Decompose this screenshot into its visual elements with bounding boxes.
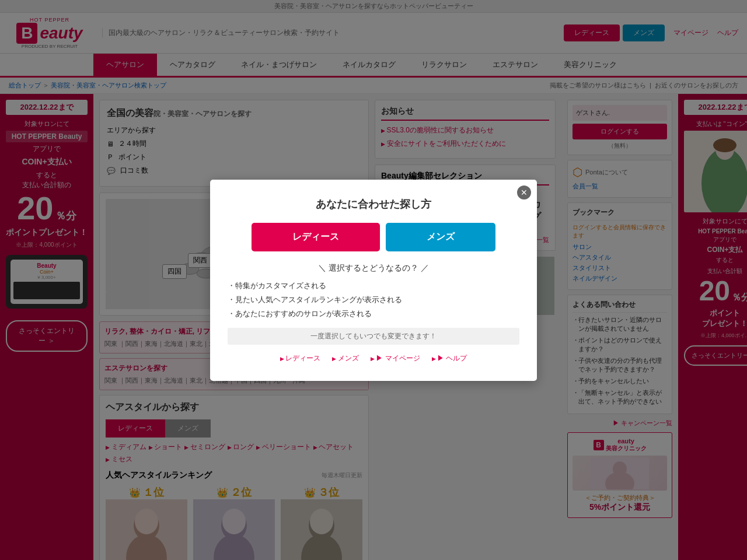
modal-close-button[interactable]: ✕ [517,186,531,200]
modal-footer-mens[interactable]: メンズ [332,354,359,363]
modal-gender-buttons: レディース メンズ [228,223,519,251]
modal-feature-2: 見たい人気ヘアスタイルランキングが表示される [228,295,519,305]
modal-overlay[interactable]: ✕ あなたに合わせた探し方 レディース メンズ ＼ 選択するとどうなるの？ ／ … [0,0,747,560]
modal-explanation-title: ＼ 選択するとどうなるの？ ／ [228,263,519,274]
modal-footer-mypage[interactable]: ▶ マイページ [371,354,420,363]
modal-feature-3: あなたにおすすめのサロンが表示される [228,309,519,319]
modal-mens-button[interactable]: メンズ [386,223,495,251]
modal-footer-ladies[interactable]: レディース [280,354,321,363]
modal-title: あなたに合わせた探し方 [228,197,519,211]
modal-feature-1: 特集がカスタマイズされる [228,281,519,291]
modal: ✕ あなたに合わせた探し方 レディース メンズ ＼ 選択するとどうなるの？ ／ … [210,180,537,381]
modal-footer: レディース メンズ ▶ マイページ ▶ ヘルプ [228,354,519,363]
modal-change-note: 一度選択してもいつでも変更できます！ [228,328,519,345]
modal-footer-help[interactable]: ▶ ヘルプ [432,354,467,363]
modal-ladies-button[interactable]: レディース [252,223,380,251]
